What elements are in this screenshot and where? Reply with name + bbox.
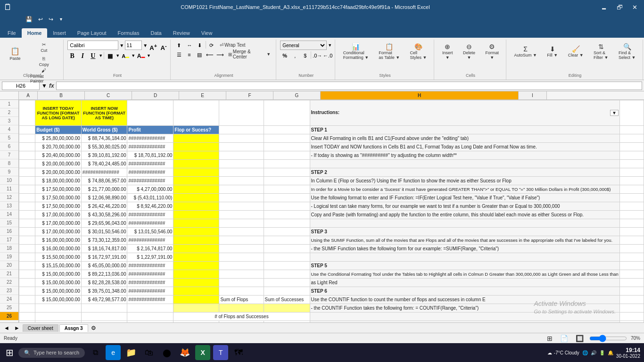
cell-h11[interactable]: - Logical test can take many forms, for … (310, 202, 619, 211)
cell-a25[interactable] (19, 321, 35, 323)
instructions-dropdown[interactable]: ▼ (610, 110, 619, 116)
cell-c13[interactable]: $ 29,65,96,043.00 (81, 219, 127, 228)
currency-button[interactable]: $ (300, 51, 310, 59)
cell-i16[interactable] (619, 245, 644, 253)
cell-b3[interactable]: $ 25,80,00,000.00 (35, 134, 82, 143)
minimize-button[interactable]: 🗕 (598, 3, 610, 12)
cell-e2[interactable]: Flop or Sucess? (173, 126, 219, 134)
cell-b13[interactable]: $ 17,00,00,000.00 (35, 219, 82, 228)
cell-i18[interactable] (619, 262, 644, 270)
cell-d10[interactable]: $ (5,43,01,110.00) (127, 194, 173, 202)
cell-b6[interactable]: $ 20,00,00,000.00 (35, 160, 82, 168)
cell-b22[interactable]: $ 15,00,00,000.00 (35, 296, 82, 304)
cell-b10[interactable]: $ 17,50,00,000.00 (35, 194, 82, 202)
cell-e25[interactable] (173, 321, 219, 323)
percent-button[interactable]: % (280, 51, 289, 59)
cell-d17[interactable]: $ 1,22,97,191.00 (127, 253, 173, 262)
font-name-dropdown-icon[interactable]: ▼ (119, 43, 124, 48)
autosum-button[interactable]: Σ AutoSum ▼ (510, 38, 541, 65)
merge-center-dropdown-icon[interactable]: ▼ (266, 52, 271, 57)
cell-c4[interactable]: $ 55,30,80,025.00 (81, 143, 127, 151)
fill-color-dropdown-icon[interactable]: ▼ (131, 53, 135, 58)
cell-e15[interactable] (173, 236, 219, 245)
merge-center-button[interactable]: ⊞ Merge & Center ▼ (226, 50, 273, 58)
cut-button[interactable]: ✂ Cut (27, 41, 60, 54)
cell-a10[interactable] (19, 194, 35, 202)
teams-icon[interactable]: T (213, 345, 228, 360)
cell-g15[interactable] (264, 236, 310, 245)
cell-a16[interactable] (19, 245, 35, 253)
cell-f1[interactable] (219, 100, 264, 126)
cell-f2[interactable] (219, 126, 264, 134)
cell-c2[interactable]: World Gross ($) (81, 126, 127, 134)
clear-button[interactable]: 🧹 Clear ▼ (564, 38, 587, 65)
cell-i17[interactable] (619, 253, 644, 262)
cell-d16[interactable]: $ 2,16,74,817.00 (127, 245, 173, 253)
scroll-tabs-right[interactable]: ► (12, 325, 22, 331)
font-color-button[interactable]: A▬ (136, 51, 146, 60)
cell-h1[interactable]: Instructions: ▼ (310, 100, 619, 126)
redo-quick-btn[interactable]: ↪ (47, 15, 55, 24)
cell-e3[interactable] (173, 134, 219, 143)
cell-b17[interactable]: $ 15,50,00,000.00 (35, 253, 82, 262)
sheet-tab-cover[interactable]: Cover sheet (23, 324, 58, 332)
cell-b20[interactable]: $ 15,00,00,000.00 (35, 279, 82, 287)
cell-h3[interactable]: Clear All Formating in cells B1 and C1(F… (310, 134, 619, 143)
cell-a7[interactable] (19, 168, 35, 177)
cell-d6[interactable]: ############## (127, 160, 173, 168)
bold-button[interactable]: B (67, 51, 77, 60)
font-size-input[interactable] (125, 41, 142, 50)
cell-c8[interactable]: $ 74,88,06,957.00 (81, 177, 127, 185)
windows-start-button[interactable]: ⊞ (4, 345, 16, 360)
cell-e7[interactable] (173, 168, 219, 177)
cell-i21[interactable] (619, 287, 644, 296)
cell-a17[interactable] (19, 253, 35, 262)
align-bottom-button[interactable]: ⬇ (195, 41, 205, 49)
cell-c23[interactable] (81, 304, 127, 313)
wrap-text-button[interactable]: ⏎ Wrap Text (217, 41, 248, 49)
excel-taskbar-icon[interactable]: X (195, 345, 210, 360)
cell-d22[interactable]: ############## (127, 296, 173, 304)
cell-f6[interactable] (219, 160, 264, 168)
cell-f3[interactable] (219, 134, 264, 143)
cell-c7[interactable]: ############## (81, 168, 127, 177)
cell-g4[interactable] (264, 143, 310, 151)
align-left-button[interactable]: ☰ (174, 50, 184, 58)
cell-g11[interactable] (264, 202, 310, 211)
delete-cells-dropdown-icon[interactable]: ▼ (467, 55, 471, 60)
notifications-icon[interactable]: 🔔 (608, 350, 613, 355)
cell-c18[interactable]: $ 45,05,00,000.00 (81, 262, 127, 270)
cell-f13[interactable] (219, 219, 264, 228)
increase-indent-button[interactable]: ⟶ (215, 50, 225, 58)
cell-d5[interactable]: $ 18,70,81,192.00 (127, 151, 173, 160)
col-header-b[interactable]: B (38, 91, 85, 99)
cell-g14[interactable] (264, 228, 310, 236)
conditional-formatting-button[interactable]: 📊 ConditionalFormatting ▼ (339, 38, 373, 65)
cell-i5[interactable] (619, 151, 644, 160)
find-select-button[interactable]: 🔍 Find &Select ▼ (614, 38, 640, 65)
cell-f20[interactable] (219, 279, 264, 287)
cell-c6[interactable]: $ 78,40,24,485.00 (81, 160, 127, 168)
col-header-h[interactable]: H (321, 91, 519, 99)
cell-a21[interactable] (19, 287, 35, 296)
cell-d25[interactable] (127, 321, 173, 323)
cell-h21[interactable]: STEP 6 (310, 287, 619, 296)
cell-g18[interactable] (264, 262, 310, 270)
cell-a22[interactable] (19, 296, 35, 304)
cell-c22[interactable]: $ 49,72,98,577.00 (81, 296, 127, 304)
page-layout-view-button[interactable]: 📄 (558, 334, 570, 343)
cell-d8[interactable]: ############## (127, 177, 173, 185)
cell-b23[interactable] (35, 304, 82, 313)
cell-i22[interactable] (619, 296, 644, 304)
italic-button[interactable]: I (78, 51, 87, 60)
cell-h13[interactable] (310, 219, 619, 228)
underline-button[interactable]: U (88, 51, 98, 60)
increase-font-size-button[interactable]: A+ (149, 41, 158, 50)
page-break-view-button[interactable]: 🔲 (574, 334, 586, 343)
cell-b19[interactable]: $ 15,00,00,000.00 (35, 270, 82, 279)
cell-d18[interactable]: ############## (127, 262, 173, 270)
cell-e1[interactable] (173, 100, 219, 126)
volume-icon[interactable]: 🔊 (591, 350, 596, 355)
cell-g19[interactable] (264, 270, 310, 279)
cell-e24[interactable]: # of Flops and Successes (173, 313, 310, 321)
